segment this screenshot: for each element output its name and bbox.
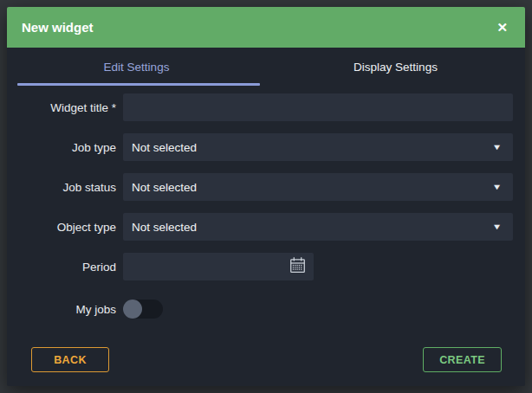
tab-edit-settings[interactable]: Edit Settings: [7, 48, 266, 86]
job-status-row: Job status Not selected ▼: [19, 173, 513, 201]
tab-label: Edit Settings: [104, 61, 170, 74]
select-value: Not selected: [132, 221, 197, 234]
job-status-select[interactable]: Not selected ▼: [123, 173, 513, 201]
widget-title-row: Widget title *: [19, 93, 513, 121]
widget-title-label: Widget title *: [19, 101, 116, 114]
toggle-knob: [123, 300, 142, 319]
object-type-label: Object type: [19, 221, 116, 234]
create-button[interactable]: CREATE: [423, 347, 502, 372]
object-type-select[interactable]: Not selected ▼: [123, 213, 513, 241]
job-status-label: Job status: [19, 181, 116, 194]
widget-title-input[interactable]: [123, 93, 513, 121]
period-label: Period: [19, 261, 116, 274]
period-input[interactable]: [123, 253, 314, 280]
chevron-down-icon: ▼: [492, 143, 503, 151]
tab-display-settings[interactable]: Display Settings: [266, 48, 525, 86]
job-type-select[interactable]: Not selected ▼: [123, 133, 513, 161]
calendar-icon[interactable]: [289, 256, 307, 277]
job-type-label: Job type: [19, 141, 116, 154]
back-button[interactable]: BACK: [31, 347, 109, 372]
modal-header: New widget ✕: [7, 7, 525, 48]
modal-body: Widget title * Job type Not selected ▼ J…: [7, 86, 525, 386]
select-value: Not selected: [132, 141, 197, 154]
modal-footer: BACK CREATE: [19, 347, 513, 386]
my-jobs-label: My jobs: [19, 303, 116, 316]
close-icon[interactable]: ✕: [496, 21, 508, 34]
chevron-down-icon: ▼: [492, 183, 503, 191]
my-jobs-toggle[interactable]: [123, 300, 163, 319]
my-jobs-row: My jobs: [19, 300, 513, 319]
tab-bar: Edit Settings Display Settings: [7, 48, 525, 86]
job-type-row: Job type Not selected ▼: [19, 133, 513, 161]
select-value: Not selected: [132, 181, 197, 194]
chevron-down-icon: ▼: [492, 222, 503, 231]
object-type-row: Object type Not selected ▼: [19, 213, 513, 241]
period-row: Period: [19, 253, 513, 280]
tab-label: Display Settings: [354, 61, 438, 74]
new-widget-modal: New widget ✕ Edit Settings Display Setti…: [7, 7, 525, 386]
modal-title: New widget: [22, 20, 94, 35]
